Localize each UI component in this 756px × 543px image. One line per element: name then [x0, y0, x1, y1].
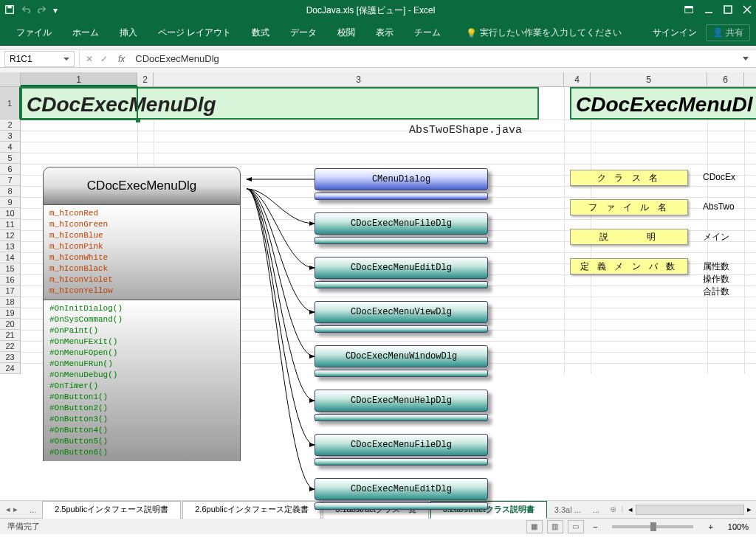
ribbon-tab[interactable]: ページ レイアウト: [148, 22, 241, 44]
zoom-in-button[interactable]: +: [704, 522, 717, 531]
svg-rect-5: [724, 6, 732, 13]
related-class-bar: [315, 325, 488, 333]
column-header[interactable]: 2: [137, 72, 154, 86]
row-header[interactable]: 10: [0, 208, 21, 219]
formula-input[interactable]: [129, 50, 743, 67]
ribbon-tab[interactable]: 表示: [365, 22, 404, 44]
tab-more[interactable]: ...: [587, 503, 605, 516]
class-operation: #OnPaint(): [49, 325, 234, 336]
ribbon-tab[interactable]: データ: [280, 22, 327, 44]
tab-suffix[interactable]: 3.3al ...: [549, 503, 587, 516]
row-header[interactable]: 14: [0, 252, 21, 263]
column-header[interactable]: 5: [591, 72, 707, 86]
related-class-box: CMenuDialog: [315, 168, 488, 190]
row-header[interactable]: 9: [0, 197, 21, 208]
row-header[interactable]: 8: [0, 186, 21, 197]
class-attribute: m_hIconPink: [49, 241, 234, 252]
ribbon-tab[interactable]: ファイル: [6, 22, 62, 44]
column-header[interactable]: 6: [707, 72, 744, 86]
row-header[interactable]: 23: [0, 352, 21, 363]
ribbon-tab[interactable]: 校閲: [327, 22, 365, 44]
row-header[interactable]: 7: [0, 175, 21, 186]
class-operation: #OnTimer(): [49, 381, 234, 392]
row-header[interactable]: 16: [0, 274, 21, 286]
class-attributes: m_hIconRedm_hIconGreenm_hIconBluem_hIcon…: [43, 205, 241, 300]
row-header[interactable]: 21: [0, 330, 21, 341]
minimize-button[interactable]: [704, 5, 713, 16]
column-header[interactable]: 4: [564, 72, 591, 86]
class-attribute: m_hIconBlue: [49, 230, 234, 241]
ribbon-tab[interactable]: チーム: [404, 22, 451, 44]
column-header[interactable]: 3: [154, 72, 564, 86]
row-header[interactable]: 11: [0, 219, 21, 230]
row-header[interactable]: 5: [0, 153, 21, 164]
row-header[interactable]: 20: [0, 319, 21, 330]
class-operation: #OnMenuDebug(): [49, 370, 234, 381]
svg-rect-1: [7, 5, 11, 8]
row-header[interactable]: 18: [0, 297, 21, 308]
class-title-cell: CDocExecMenuDlg: [21, 87, 539, 120]
related-class-bar: [315, 370, 488, 377]
fx-label[interactable]: fx: [114, 54, 129, 64]
scroll-right-icon[interactable]: ▸: [747, 505, 752, 514]
row-header[interactable]: 1: [0, 87, 21, 120]
signin-link[interactable]: サインイン: [653, 27, 697, 39]
horizontal-scrollbar[interactable]: ◂ ▸: [624, 505, 756, 515]
redo-icon[interactable]: [37, 4, 47, 17]
related-class-box: CDocExecMenuFileDlg: [315, 212, 488, 235]
ribbon-options-icon[interactable]: [684, 4, 694, 17]
undo-icon[interactable]: [21, 4, 31, 17]
cancel-icon[interactable]: ✕: [86, 54, 93, 64]
cells-area[interactable]: CDocExecMenuDlg AbsTwoEShape.java CDocEx…: [21, 87, 756, 374]
row-header[interactable]: 6: [0, 164, 21, 175]
close-button[interactable]: [743, 5, 752, 16]
class-attribute: m_hIconYellow: [49, 286, 234, 297]
row-header[interactable]: 17: [0, 286, 21, 297]
zoom-out-button[interactable]: −: [588, 522, 602, 531]
view-page-layout-button[interactable]: ▥: [547, 520, 563, 533]
class-operation: #OnMenuFOpen(): [49, 347, 234, 359]
row-header[interactable]: 4: [0, 142, 21, 153]
worksheet[interactable]: 123456 123456789101112131415161718192021…: [0, 72, 756, 500]
ribbon-tab[interactable]: 挿入: [109, 22, 148, 44]
formula-expand-icon[interactable]: [743, 57, 749, 60]
view-page-break-button[interactable]: ▭: [568, 520, 584, 533]
row-header[interactable]: 13: [0, 241, 21, 252]
row-header[interactable]: 19: [0, 308, 21, 319]
related-class-bar: [315, 193, 488, 200]
tab-nav-next[interactable]: ▸: [13, 505, 18, 514]
fill-handle[interactable]: [136, 118, 140, 122]
svg-rect-3: [685, 6, 693, 8]
ribbon-tab[interactable]: 数式: [241, 22, 280, 44]
tab-prefix[interactable]: ...: [24, 503, 42, 516]
tab-nav-first[interactable]: ◂: [6, 505, 10, 514]
name-box[interactable]: R1C1: [4, 51, 75, 67]
window-title: DocJava.xls [保護ビュー] - Excel: [58, 4, 684, 17]
row-header[interactable]: 15: [0, 263, 21, 274]
save-icon[interactable]: [4, 4, 15, 17]
row-header[interactable]: 2: [0, 120, 21, 131]
view-normal-button[interactable]: ▦: [526, 520, 543, 533]
zoom-level[interactable]: 100%: [728, 522, 749, 531]
confirm-icon[interactable]: ✓: [100, 54, 108, 64]
zoom-slider[interactable]: [612, 525, 693, 528]
formula-bar: R1C1 ✕ ✓ fx: [0, 50, 756, 68]
sheet-tab[interactable]: 2.5publicインタフェース説明書: [42, 501, 181, 519]
status-ready: 準備完了: [7, 521, 40, 532]
class-attribute: m_hIconRed: [49, 208, 234, 219]
select-all-cell[interactable]: [0, 72, 21, 86]
column-header[interactable]: 1: [21, 72, 137, 86]
row-header[interactable]: 12: [0, 230, 21, 241]
property-label-badge: フ ァ イ ル 名: [570, 199, 688, 215]
row-header[interactable]: 22: [0, 341, 21, 352]
sheet-tab[interactable]: 2.6publicインタフェース定義書: [182, 501, 321, 519]
scroll-left-icon[interactable]: ◂: [628, 505, 633, 514]
property-value: 属性数: [703, 260, 729, 273]
ribbon-tab[interactable]: ホーム: [62, 22, 109, 44]
property-value: メイン: [703, 231, 729, 243]
maximize-button[interactable]: [724, 5, 732, 16]
share-button[interactable]: 👤 共有: [706, 24, 750, 41]
row-header[interactable]: 3: [0, 131, 21, 142]
row-header[interactable]: 24: [0, 363, 21, 374]
search-box[interactable]: 💡 実行したい作業を入力してください: [466, 27, 622, 39]
